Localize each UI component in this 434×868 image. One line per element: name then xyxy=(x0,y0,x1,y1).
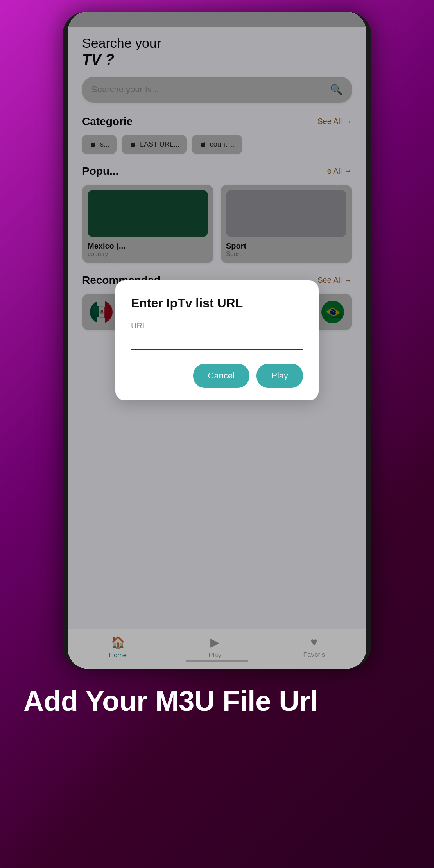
play-button[interactable]: Play xyxy=(256,364,303,388)
screen-content: Searche your TV ? Searche your tv .. 🔍 C… xyxy=(68,12,366,669)
bottom-text-area: Add Your M3U File Url xyxy=(0,684,434,718)
url-field-label: URL xyxy=(131,321,303,330)
cancel-button[interactable]: Cancel xyxy=(193,364,249,388)
url-input[interactable] xyxy=(131,334,303,350)
home-indicator xyxy=(186,660,248,662)
bottom-text: Add Your M3U File Url xyxy=(23,684,411,718)
dialog-buttons: Cancel Play xyxy=(131,364,303,388)
dialog-overlay: Enter IpTv list URL URL Cancel Play xyxy=(68,12,366,669)
iptv-dialog: Enter IpTv list URL URL Cancel Play xyxy=(115,280,319,400)
phone-screen: Searche your TV ? Searche your tv .. 🔍 C… xyxy=(68,12,366,669)
dialog-title: Enter IpTv list URL xyxy=(131,296,303,310)
phone-frame: Searche your TV ? Searche your tv .. 🔍 C… xyxy=(63,12,371,669)
